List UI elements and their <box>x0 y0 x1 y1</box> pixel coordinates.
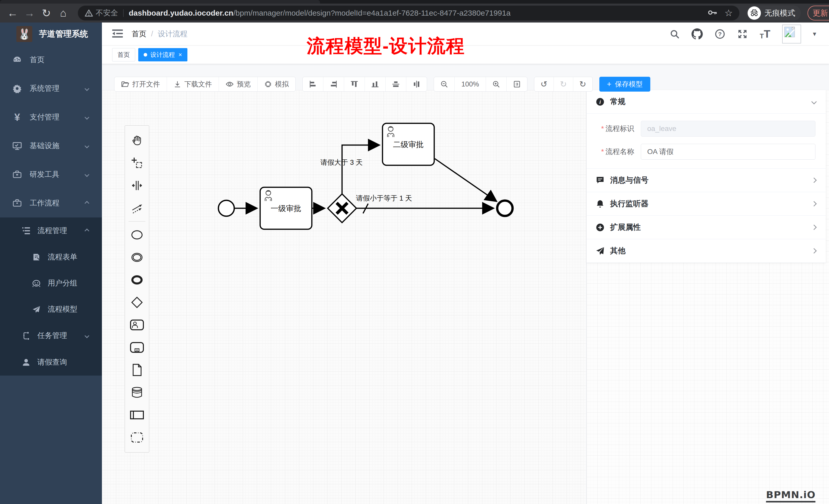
sidebar-item-home[interactable]: 首页 <box>0 45 102 74</box>
sidebar-item-payment[interactable]: ¥ 支付管理 <box>0 103 102 131</box>
download-file-label: 下载文件 <box>184 80 212 89</box>
restart-button[interactable]: ↻ <box>573 77 592 91</box>
section-execution-listeners[interactable]: 执行监听器 <box>586 192 826 216</box>
url-text[interactable]: dashboard.yudao.iocoder.cn/bpm/manager/m… <box>129 9 510 17</box>
chevron-down-icon <box>811 99 817 104</box>
user-task-level1[interactable]: 一级审批 <box>260 187 312 229</box>
security-warning[interactable]: 不安全 <box>84 8 118 18</box>
github-icon[interactable] <box>691 28 703 40</box>
align-right-icon <box>329 80 338 88</box>
tab-design-process[interactable]: 设计流程 × <box>138 48 187 62</box>
process-key-input[interactable] <box>641 121 816 137</box>
zoom-level: 100% <box>455 77 486 91</box>
preview-label: 预览 <box>237 80 251 89</box>
process-name-input[interactable] <box>641 144 816 160</box>
sidebar-item-leave-query[interactable]: 请假查询 <box>0 349 102 376</box>
broken-image-icon <box>784 26 795 38</box>
password-key-icon[interactable] <box>708 9 717 17</box>
font-size-icon[interactable]: TT <box>760 29 770 39</box>
section-other[interactable]: 其他 <box>586 239 826 263</box>
sidebar-item-workflow[interactable]: 工作流程 <box>0 189 102 218</box>
tab-home[interactable]: 首页 <box>112 48 135 62</box>
fullscreen-icon[interactable] <box>737 29 748 39</box>
breadcrumb-home[interactable]: 首页 <box>132 29 146 39</box>
properties-card: i 常规 *流程标识 *流程名称 消息与信号 <box>586 90 826 263</box>
refresh-icon: ↻ <box>579 80 586 88</box>
sidebar-item-label: 流程管理 <box>37 226 67 236</box>
reload-icon[interactable]: ↻ <box>38 7 55 20</box>
close-icon[interactable]: × <box>178 51 182 58</box>
sidebar-item-task-mgmt[interactable]: 任务管理 <box>0 322 102 349</box>
header-actions: ? TT ▾ <box>670 25 829 43</box>
address-bar[interactable]: 不安全 dashboard.yudao.iocoder.cn/bpm/manag… <box>78 6 740 21</box>
sidebar-item-label: 流程模型 <box>48 304 77 314</box>
plus-icon: + <box>607 80 612 88</box>
help-icon[interactable]: ? <box>715 29 725 39</box>
simulate-label: 模拟 <box>275 80 289 89</box>
avatar[interactable] <box>782 25 801 43</box>
align-right-button[interactable] <box>323 77 344 91</box>
zoom-out-button[interactable] <box>434 77 455 91</box>
align-horizontal-center-button[interactable] <box>406 77 427 91</box>
align-bottom-button[interactable] <box>365 77 386 91</box>
sidebar-item-user-group[interactable]: 用户分组 <box>0 270 102 296</box>
general-fields: *流程标识 *流程名称 <box>586 114 826 168</box>
save-model-button[interactable]: + 保存模型 <box>599 77 651 91</box>
user-task-level2[interactable]: 二级审批 <box>383 123 434 165</box>
sidebar-item-infra[interactable]: 基础设施 <box>0 131 102 160</box>
chevron-up-icon <box>84 228 89 233</box>
reset-viewport-icon <box>513 80 521 88</box>
sidebar-item-label: 研发工具 <box>30 169 60 180</box>
field-label: *流程标识 <box>586 124 641 133</box>
zoom-in-button[interactable] <box>486 77 507 91</box>
section-extended-properties[interactable]: 扩展属性 <box>586 216 826 239</box>
app-logo[interactable]: 🐰 芋道管理系统 <box>0 23 102 45</box>
reset-viewport-button[interactable] <box>507 77 527 91</box>
download-file-button[interactable]: 下载文件 <box>167 77 219 91</box>
message-icon <box>595 176 606 185</box>
undo-icon: ↺ <box>540 80 547 88</box>
forward-icon[interactable]: → <box>21 7 38 19</box>
sidebar-item-process-form[interactable]: 流程表单 <box>0 244 102 270</box>
bpmn-canvas[interactable]: 一级审批 请假大于 3 天 二级审批 <box>102 90 586 504</box>
sidebar-item-process-mgmt[interactable]: 流程管理 <box>0 218 102 244</box>
browser-active-tab[interactable] <box>0 0 320 4</box>
browser-update-button[interactable]: 更新 ⋮ <box>807 6 829 21</box>
security-label: 不安全 <box>96 8 118 18</box>
search-icon[interactable] <box>670 29 680 39</box>
undo-button[interactable]: ↺ <box>534 77 554 91</box>
bpmn-diagram[interactable]: 一级审批 请假大于 3 天 二级审批 <box>102 90 586 504</box>
process-name-label: 流程名称 <box>606 148 634 156</box>
properties-panel: i 常规 *流程标识 *流程名称 消息与信号 <box>586 90 829 504</box>
redo-button[interactable]: ↻ <box>554 77 573 91</box>
tt-big: T <box>764 29 770 39</box>
sidebar-item-system[interactable]: 系统管理 <box>0 74 102 103</box>
section-general[interactable]: i 常规 <box>586 90 826 114</box>
align-vertical-center-button[interactable] <box>386 77 406 91</box>
back-icon[interactable]: ← <box>4 7 21 19</box>
urlbar-divider <box>123 9 124 17</box>
align-top-button[interactable] <box>344 77 365 91</box>
avatar-caret-icon[interactable]: ▾ <box>813 30 816 38</box>
monitor-icon <box>11 141 23 151</box>
start-event[interactable] <box>218 200 234 216</box>
bpmn-io-watermark[interactable]: BPMN.iO <box>766 489 816 502</box>
bookmark-star-icon[interactable]: ☆ <box>725 8 733 18</box>
exclusive-gateway[interactable] <box>328 194 356 223</box>
section-messages-signals[interactable]: 消息与信号 <box>586 168 826 192</box>
home-icon[interactable]: ⌂ <box>55 7 72 19</box>
sidebar-item-process-model[interactable]: 流程模型 <box>0 296 102 322</box>
sidebar-item-devtools[interactable]: 研发工具 <box>0 160 102 189</box>
open-file-button[interactable]: 打开文件 <box>114 77 167 91</box>
preview-button[interactable]: 预览 <box>219 77 258 91</box>
simulate-button[interactable]: 模拟 <box>258 77 295 91</box>
align-left-button[interactable] <box>302 77 323 91</box>
end-event[interactable] <box>497 201 512 216</box>
sequence-flow-gt3[interactable] <box>342 145 379 194</box>
history-button-group: ↺ ↻ ↻ <box>534 77 592 91</box>
chevron-right-icon <box>811 201 817 206</box>
sidebar-collapse-icon[interactable] <box>112 29 123 39</box>
sequence-flow-task2-end[interactable] <box>435 159 496 201</box>
toolbox-icon <box>11 170 23 179</box>
sidebar-item-label: 系统管理 <box>30 83 60 93</box>
